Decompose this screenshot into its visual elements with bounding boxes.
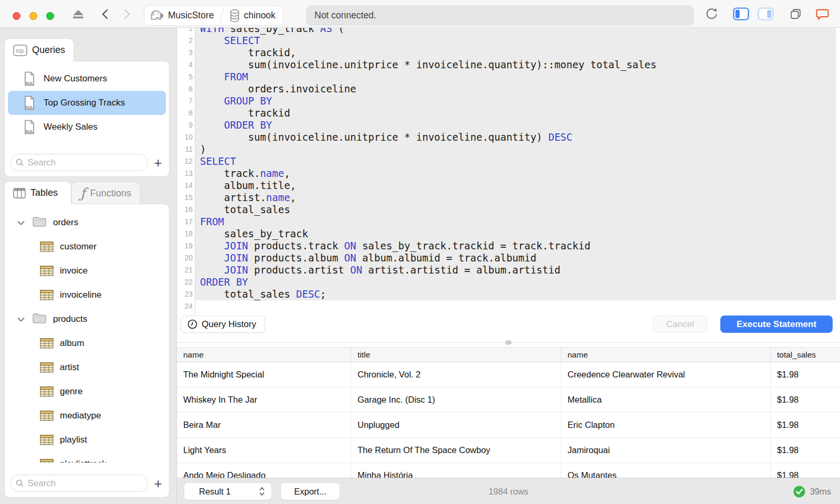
- execute-statement-button[interactable]: Execute Statement: [720, 316, 833, 333]
- table-icon: [40, 338, 54, 349]
- code-line: total_sales DESC;: [200, 288, 656, 300]
- code-line: [200, 300, 656, 312]
- column-header-title[interactable]: title: [351, 348, 561, 362]
- table-row[interactable]: The Midnight SpecialChronicle, Vol. 2Cre…: [177, 362, 840, 387]
- cancel-button[interactable]: Cancel: [653, 316, 707, 333]
- up-down-chevron-icon: [259, 487, 265, 496]
- tables-search-input[interactable]: [27, 478, 142, 489]
- tab-functions[interactable]: ƒ Functions: [71, 182, 140, 204]
- code-line: ): [200, 143, 656, 155]
- zoom-window-button[interactable]: [46, 12, 54, 20]
- chat-icon[interactable]: [814, 0, 830, 28]
- column-header-name[interactable]: name: [177, 348, 351, 362]
- forward-icon[interactable]: [121, 0, 133, 28]
- tree-table-playlisttrack[interactable]: playlisttrack: [5, 452, 169, 463]
- tree-table-label: genre: [60, 386, 82, 397]
- tree-table-playlist[interactable]: playlist: [5, 428, 169, 452]
- add-query-button[interactable]: +: [151, 156, 165, 170]
- tree-folder-products[interactable]: products: [5, 307, 169, 331]
- columns-icon: [13, 188, 26, 198]
- clock-icon: [187, 319, 197, 329]
- queries-search-input[interactable]: [27, 158, 142, 168]
- export-button[interactable]: Export...: [280, 482, 340, 500]
- tree-table-invoiceline[interactable]: invoiceline: [5, 283, 169, 307]
- code-line: SELECT: [200, 155, 656, 167]
- table-icon: [40, 290, 54, 300]
- add-table-button[interactable]: +: [151, 477, 165, 490]
- table-icon: [40, 386, 54, 397]
- table-row[interactable]: Light YearsThe Return Of The Space Cowbo…: [177, 438, 840, 463]
- results-header: nametitlenametotal_sales: [177, 347, 840, 362]
- refresh-icon[interactable]: [704, 0, 719, 28]
- elephant-icon: [150, 8, 164, 23]
- svg-text:SQL: SQL: [26, 105, 34, 110]
- code-line: sum(invoiceline.unitprice * invoiceline.…: [200, 131, 656, 143]
- result-selector[interactable]: Result 1: [184, 482, 272, 500]
- code-line: GROUP BY: [200, 95, 656, 107]
- tab-queries[interactable]: SQL Queries: [4, 38, 74, 61]
- back-icon[interactable]: [99, 0, 111, 28]
- column-header-total-sales[interactable]: total_sales: [771, 348, 840, 362]
- query-item-label: Top Grossing Tracks: [44, 98, 125, 108]
- queries-search-field[interactable]: [10, 154, 148, 171]
- query-item-weekly-sales[interactable]: SQL Weekly Sales: [8, 115, 166, 139]
- code-line: artist.name,: [200, 192, 656, 204]
- line-number: 6: [177, 83, 193, 95]
- eject-icon[interactable]: [71, 0, 85, 28]
- sql-code[interactable]: WITH sales_by_track AS ( SELECT trackid,…: [200, 28, 656, 312]
- code-line: JOIN products.track ON sales_by_track.tr…: [200, 240, 656, 252]
- tree-table-album[interactable]: album: [5, 331, 169, 355]
- table-row[interactable]: Whiskey In The JarGarage Inc. (Disc 1)Me…: [177, 387, 840, 413]
- line-number: 18: [177, 228, 193, 240]
- tab-tables[interactable]: Tables: [4, 181, 71, 204]
- tree-table-label: playlist: [60, 435, 87, 445]
- tab-tables-label: Tables: [30, 187, 58, 198]
- breadcrumb-database[interactable]: chinook: [244, 10, 276, 21]
- minimize-window-button[interactable]: [29, 12, 37, 20]
- breadcrumb-server[interactable]: MusicStore: [168, 10, 214, 21]
- tree-table-genre[interactable]: genre: [5, 380, 169, 404]
- query-history-label: Query History: [202, 319, 256, 330]
- tables-search-field[interactable]: [10, 475, 148, 492]
- sidebar-left-toggle-icon[interactable]: [732, 0, 749, 28]
- query-item-top-grossing-tracks[interactable]: SQL Top Grossing Tracks: [8, 91, 166, 115]
- tree-table-invoice[interactable]: invoice: [5, 259, 169, 283]
- table-row[interactable]: Ando Meio DesligadoMinha HistóriaOs Muta…: [177, 463, 840, 478]
- folder-icon: [32, 216, 47, 227]
- table-cell: $1.98: [771, 362, 840, 387]
- line-number: 13: [177, 167, 193, 180]
- query-history-button[interactable]: Query History: [181, 316, 265, 333]
- line-number: 10: [177, 131, 193, 143]
- tree-folder-orders[interactable]: orders: [5, 211, 169, 235]
- code-line: FROM: [200, 216, 656, 228]
- line-number: 20: [177, 252, 193, 264]
- sql-editor[interactable]: 123456789101112131415161718192021222324 …: [177, 28, 840, 314]
- column-header-name[interactable]: name: [561, 348, 771, 362]
- tree-table-artist[interactable]: artist: [5, 355, 169, 380]
- tree-table-customer[interactable]: customer: [5, 235, 169, 259]
- line-number: 23: [177, 288, 193, 300]
- search-icon: [16, 158, 24, 167]
- success-check-icon: [793, 486, 805, 498]
- code-line: WITH sales_by_track AS (: [200, 28, 656, 35]
- line-number: 24: [177, 300, 193, 312]
- tree-table-mediatype[interactable]: mediatype: [5, 404, 169, 428]
- windows-icon[interactable]: [788, 0, 803, 28]
- close-window-button[interactable]: [13, 12, 20, 20]
- chevron-down-icon[interactable]: [17, 314, 25, 324]
- chevron-down-icon: [17, 220, 25, 225]
- sidebar-right-toggle-icon[interactable]: [757, 0, 774, 28]
- gutter-divider: [195, 28, 195, 314]
- code-line: total_sales: [200, 204, 656, 216]
- table-cell: Light Years: [177, 438, 351, 463]
- table-cell: Ando Meio Desligado: [177, 463, 351, 478]
- pane-resize-handle[interactable]: [505, 340, 512, 345]
- chevron-down-icon[interactable]: [17, 218, 25, 227]
- query-item-new-customers[interactable]: SQL New Customers: [8, 67, 166, 91]
- breadcrumb: MusicStore chinook: [144, 5, 284, 26]
- sql-badge-icon: SQL: [13, 45, 27, 56]
- table-cell: Unplugged: [351, 413, 561, 437]
- sql-file-icon: SQL: [24, 120, 35, 134]
- results-table: The Midnight SpecialChronicle, Vol. 2Cre…: [177, 362, 840, 478]
- table-row[interactable]: Beira MarUnpluggedEric Clapton$1.98: [177, 413, 840, 438]
